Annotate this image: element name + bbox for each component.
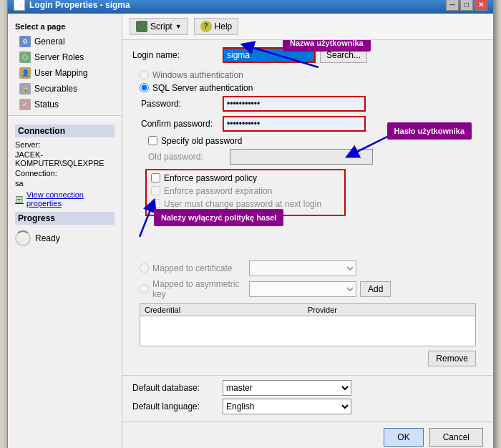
mapped-cert-select[interactable] — [249, 260, 356, 276]
connection-label: Connection: — [15, 169, 115, 177]
must-change-label: User must change password at next login — [164, 199, 321, 209]
securables-icon: 🔒 — [19, 83, 31, 94]
progress-spinner — [15, 230, 31, 246]
user-mapping-icon: 👤 — [19, 67, 31, 79]
enforce-expiration-checkbox — [151, 186, 160, 195]
mapped-key-label: Mapped to asymmetric key — [152, 279, 245, 299]
confirm-password-input[interactable] — [223, 116, 366, 132]
credential-header: Credential Provider — [140, 304, 475, 316]
sidebar-label-server-roles: Server Roles — [34, 52, 84, 62]
close-button[interactable]: ✕ — [475, 0, 487, 11]
server-roles-icon: ⬡ — [19, 52, 31, 63]
must-change-row: User must change password at next login — [151, 199, 340, 209]
sidebar-label-securables: Securables — [34, 84, 77, 94]
enforce-expiration-row: Enforce password expiration — [151, 186, 340, 196]
script-label: Script — [150, 21, 172, 31]
default-language-label: Default language: — [132, 401, 218, 412]
enforce-policy-row: Enforce password policy — [151, 173, 340, 183]
policy-section-box: Enforce password policy Enforce password… — [145, 169, 346, 216]
old-password-input — [230, 149, 373, 165]
remove-btn-area: Remove — [140, 351, 476, 366]
specify-old-password-label: Specify old password — [161, 136, 242, 146]
sidebar-item-securables[interactable]: 🔒 Securables — [8, 81, 122, 97]
login-name-input[interactable] — [223, 47, 316, 63]
titlebar-buttons: ─ □ ✕ — [446, 0, 487, 11]
right-panel: Script ▼ ? Help Login name: Search... — [122, 14, 493, 449]
enforce-policy-label: Enforce password policy — [164, 173, 257, 183]
toolbar: Script ▼ ? Help — [122, 14, 493, 40]
form-area: Login name: Search... — [122, 40, 493, 375]
remove-button[interactable]: Remove — [428, 351, 476, 366]
search-button[interactable]: Search... — [320, 47, 367, 63]
server-value: JACEK-KOMPUTER\SQLEXPRE — [15, 150, 115, 167]
specify-old-password-checkbox[interactable] — [148, 136, 157, 145]
sidebar-label-status: Status — [34, 99, 59, 109]
old-password-label: Old password: — [148, 152, 225, 162]
default-database-label: Default database: — [132, 383, 218, 393]
default-database-select[interactable]: master — [223, 380, 351, 396]
dialog-footer: OK Cancel — [122, 422, 493, 449]
password-label: Password: — [141, 99, 218, 109]
old-password-row: Old password: — [148, 149, 483, 165]
connection-value: sa — [15, 179, 115, 188]
windows-auth-row: Windows authentication — [140, 70, 483, 80]
mapped-cert-row: Mapped to certificate — [140, 260, 483, 276]
script-button[interactable]: Script ▼ — [130, 18, 188, 35]
window-title: Login Properties - sigma — [29, 0, 130, 10]
status-icon: ✓ — [19, 99, 31, 110]
ok-button[interactable]: OK — [384, 428, 423, 447]
sql-auth-row: SQL Server authentication — [140, 83, 483, 93]
help-icon: ? — [200, 21, 212, 32]
view-connection-properties-link[interactable]: ⊞ View connection properties — [15, 190, 115, 208]
credential-table: Credential Provider — [140, 303, 476, 346]
script-dropdown-icon: ▼ — [175, 23, 182, 30]
minimize-button[interactable]: ─ — [446, 0, 459, 11]
mapped-key-radio[interactable] — [140, 284, 149, 293]
mapped-cert-label: Mapped to certificate — [152, 263, 245, 273]
sidebar-item-server-roles[interactable]: ⬡ Server Roles — [8, 49, 122, 65]
server-label: Server: — [15, 140, 115, 149]
provider-col-header: Provider — [308, 306, 471, 314]
sidebar-item-general[interactable]: ⚙ General — [8, 34, 122, 49]
progress-row: Ready — [15, 228, 115, 249]
windows-auth-label: Windows authentication — [152, 70, 243, 80]
confirm-password-row: Confirm password: — [141, 116, 483, 132]
sidebar-label-general: General — [34, 36, 65, 47]
progress-status: Ready — [35, 233, 60, 243]
maximize-button[interactable]: □ — [460, 0, 473, 11]
windows-auth-radio[interactable] — [140, 70, 149, 79]
sql-auth-radio[interactable] — [140, 83, 149, 92]
sidebar-item-status[interactable]: ✓ Status — [8, 97, 122, 112]
sidebar-connection: Connection Server: JACEK-KOMPUTER\SQLEXP… — [8, 119, 122, 255]
progress-section-title: Progress — [15, 212, 115, 225]
help-button[interactable]: ? Help — [194, 18, 239, 35]
window-icon — [14, 0, 25, 11]
cancel-button[interactable]: Cancel — [429, 428, 483, 447]
sidebar-item-user-mapping[interactable]: 👤 User Mapping — [8, 65, 122, 81]
connection-section-title: Connection — [15, 125, 115, 137]
password-row: Password: — [141, 96, 483, 112]
add-button[interactable]: Add — [360, 281, 391, 297]
default-database-row: Default database: master — [132, 380, 483, 396]
bottom-form: Default database: master Default languag… — [122, 375, 493, 422]
confirm-password-label: Confirm password: — [141, 119, 218, 129]
sidebar: Select a page ⚙ General ⬡ Server Roles 👤… — [8, 14, 122, 449]
specify-old-password-row: Specify old password — [148, 136, 483, 146]
enforce-policy-checkbox[interactable] — [151, 173, 160, 182]
main-content: Select a page ⚙ General ⬡ Server Roles 👤… — [8, 14, 493, 449]
credential-col-header: Credential — [145, 306, 308, 314]
titlebar: Login Properties - sigma ─ □ ✕ — [8, 0, 493, 14]
mapped-key-select[interactable] — [249, 281, 356, 297]
password-input[interactable] — [223, 96, 366, 112]
mapped-key-row: Mapped to asymmetric key Add — [140, 279, 483, 299]
default-language-row: Default language: English — [132, 399, 483, 414]
sidebar-section-title: Select a page — [8, 19, 122, 34]
mapped-cert-radio[interactable] — [140, 263, 149, 273]
login-name-label: Login name: — [132, 50, 218, 60]
must-change-checkbox — [151, 199, 160, 208]
sql-auth-label: SQL Server authentication — [152, 83, 253, 93]
enforce-expiration-label: Enforce password expiration — [164, 186, 272, 196]
default-language-select[interactable]: English — [223, 399, 351, 414]
view-connection-link-text: View connection properties — [26, 190, 115, 208]
policy-section-container: Enforce password policy Enforce password… — [132, 169, 483, 216]
